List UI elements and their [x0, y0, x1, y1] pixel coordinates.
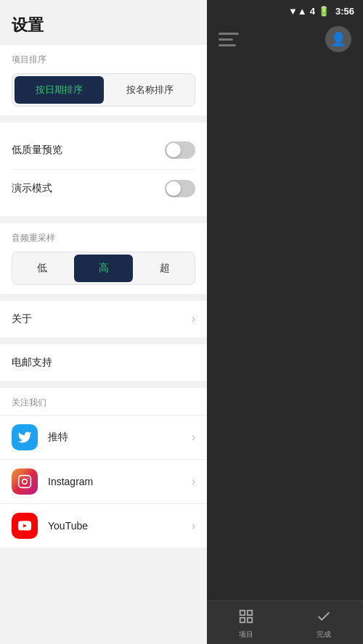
svg-rect-4 — [240, 610, 245, 614]
right-panel: ▼▲ 4 🔋 3:56 👤 项目 — [207, 0, 363, 644]
follow-section: 关注我们 推特 › Instagram › — [0, 388, 207, 548]
twitter-chevron-icon: › — [192, 431, 195, 444]
resample-buttons-group: 低 高 超 — [12, 252, 195, 285]
list-icon[interactable] — [219, 26, 245, 52]
list-bar-3 — [219, 44, 236, 46]
svg-rect-5 — [248, 610, 252, 614]
about-row[interactable]: 关于 › — [0, 301, 207, 337]
youtube-chevron-icon: › — [192, 519, 195, 532]
follow-label: 关注我们 — [0, 397, 207, 415]
about-label: 关于 — [12, 313, 32, 326]
sort-section: 项目排序 按日期排序 按名称排序 — [0, 45, 207, 115]
twitter-name: 推特 — [48, 431, 192, 444]
resample-section: 音频重采样 低 高 超 — [0, 223, 207, 294]
email-support-row[interactable]: 电邮支持 — [0, 344, 207, 381]
low-quality-toggle[interactable] — [165, 141, 195, 159]
demo-mode-label: 演示模式 — [12, 182, 52, 195]
resample-super-button[interactable]: 超 — [135, 252, 195, 284]
sort-buttons-group: 按日期排序 按名称排序 — [12, 73, 195, 107]
sort-by-date-button[interactable]: 按日期排序 — [15, 76, 104, 104]
right-top-bar: 👤 — [207, 17, 363, 61]
svg-point-1 — [23, 479, 28, 484]
resample-high-button[interactable]: 高 — [74, 255, 134, 282]
avatar[interactable]: 👤 — [325, 26, 351, 52]
email-support-label: 电邮支持 — [12, 356, 52, 369]
youtube-icon — [12, 513, 38, 539]
complete-label: 完成 — [317, 629, 331, 640]
about-chevron-icon: › — [192, 313, 195, 326]
sort-label: 项目排序 — [12, 54, 195, 66]
twitter-icon — [12, 424, 38, 450]
resample-label: 音频重采样 — [12, 232, 195, 244]
low-quality-row: 低质量预览 — [12, 131, 195, 170]
complete-icon — [314, 606, 334, 627]
wifi-icon: ▼▲ — [288, 6, 307, 17]
svg-rect-7 — [248, 617, 252, 622]
instagram-chevron-icon: › — [192, 475, 195, 488]
settings-panel: 设置 项目排序 按日期排序 按名称排序 低质量预览 演示模式 音频重采样 低 高… — [0, 0, 207, 644]
toggles-section: 低质量预览 演示模式 — [0, 123, 207, 216]
resample-low-button[interactable]: 低 — [12, 252, 72, 284]
low-quality-label: 低质量预览 — [12, 144, 62, 157]
youtube-name: YouTube — [48, 520, 192, 532]
battery-icon: 🔋 — [318, 6, 330, 17]
twitter-row[interactable]: 推特 › — [0, 415, 207, 459]
nav-complete[interactable]: 完成 — [314, 606, 334, 640]
sort-by-name-button[interactable]: 按名称排序 — [106, 74, 195, 106]
nav-projects[interactable]: 项目 — [236, 606, 256, 640]
demo-mode-toggle[interactable] — [165, 180, 195, 197]
svg-point-2 — [28, 478, 29, 479]
bottom-nav: 项目 完成 — [207, 600, 363, 644]
youtube-row[interactable]: YouTube › — [0, 503, 207, 548]
list-bar-2 — [219, 38, 233, 41]
projects-icon — [236, 606, 256, 627]
time-display: 3:56 — [335, 6, 354, 17]
demo-mode-row: 演示模式 — [12, 170, 195, 207]
avatar-icon: 👤 — [330, 31, 346, 47]
instagram-row[interactable]: Instagram › — [0, 459, 207, 503]
projects-label: 项目 — [239, 629, 253, 640]
signal-icon: 4 — [310, 6, 315, 17]
status-bar: ▼▲ 4 🔋 3:56 — [280, 0, 363, 22]
instagram-icon — [12, 468, 38, 495]
svg-rect-0 — [19, 476, 31, 488]
svg-rect-6 — [240, 617, 245, 622]
list-bar-1 — [219, 33, 239, 35]
instagram-name: Instagram — [48, 476, 192, 487]
page-title: 设置 — [0, 0, 207, 45]
